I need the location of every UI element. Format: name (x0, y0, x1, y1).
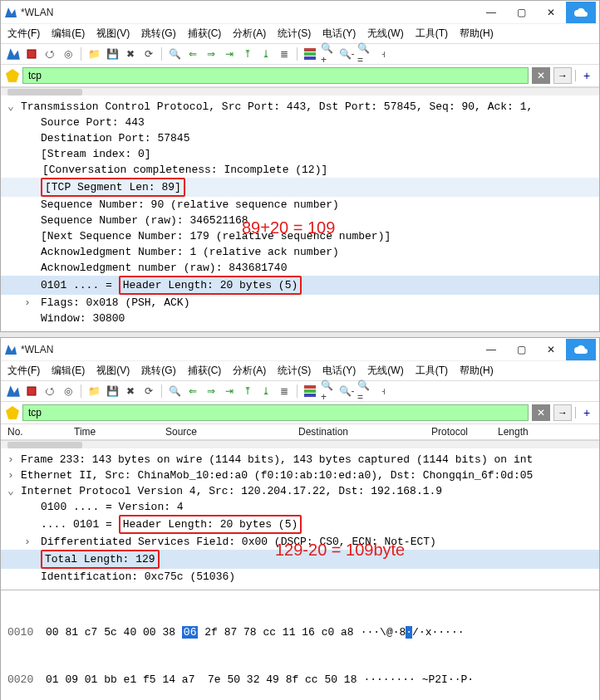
restart-capture-icon[interactable]: ⭯ (42, 384, 57, 399)
open-icon[interactable]: 📁 (86, 47, 101, 61)
menu-file[interactable]: 文件(F) (7, 27, 40, 41)
menu-analyze[interactable]: 分析(A) (233, 364, 266, 378)
toolbar-app-icon[interactable] (6, 384, 21, 399)
zoom-in-icon[interactable]: 🔍+ (321, 384, 336, 399)
coloring-icon[interactable] (302, 47, 317, 61)
jump-icon[interactable]: ⇥ (222, 384, 237, 399)
close-button[interactable]: ✕ (536, 339, 566, 360)
prev-icon[interactable]: ⇐ (185, 384, 200, 399)
ip-line[interactable]: Internet Protocol Version 4, Src: 120.20… (21, 485, 442, 497)
cloud-icon[interactable] (566, 2, 596, 23)
tcp-header[interactable]: Transmission Control Protocol, Src Port:… (21, 100, 533, 113)
menu-tools[interactable]: 工具(T) (416, 27, 448, 41)
collapse-icon[interactable]: ⌄ (7, 99, 16, 115)
stop-capture-icon[interactable] (24, 384, 39, 399)
options-icon[interactable]: ◎ (61, 384, 76, 399)
col-proto[interactable]: Protocol (431, 426, 498, 438)
expand-icon[interactable]: › (7, 452, 16, 467)
menu-wireless[interactable]: 无线(W) (367, 364, 403, 378)
header-length[interactable]: Header Length: 20 bytes (5) (119, 276, 302, 295)
menu-capture[interactable]: 捕获(C) (188, 27, 222, 41)
menu-view[interactable]: 视图(V) (96, 27, 130, 41)
minimize-button[interactable]: — (476, 339, 506, 360)
display-filter-input[interactable] (22, 67, 529, 84)
menu-help[interactable]: 帮助(H) (460, 27, 494, 41)
zoom-reset-icon[interactable]: 🔍= (357, 47, 372, 61)
collapse-icon[interactable]: ⌄ (7, 483, 16, 499)
add-filter-button[interactable]: + (579, 404, 594, 421)
zoom-out-icon[interactable]: 🔍- (339, 384, 354, 399)
ack-number[interactable]: Acknowledgment Number: 1 (relative ack n… (41, 246, 339, 258)
menu-go[interactable]: 跳转(G) (141, 27, 175, 41)
ip-header-length[interactable]: Header Length: 20 bytes (5) (119, 515, 302, 534)
first-icon[interactable]: ⤒ (240, 384, 255, 399)
apply-filter-button[interactable]: → (553, 404, 572, 421)
seq-number[interactable]: Sequence Number: 90 (relative sequence n… (41, 198, 339, 211)
find-icon[interactable]: 🔍 (167, 47, 182, 61)
col-len[interactable]: Length (498, 426, 539, 438)
col-time[interactable]: Time (74, 426, 165, 438)
cloud-icon[interactable] (566, 339, 596, 360)
bookmark-icon[interactable] (6, 69, 19, 82)
expand-icon[interactable]: › (24, 534, 32, 550)
find-icon[interactable]: 🔍 (167, 384, 182, 399)
menu-tel[interactable]: 电话(Y) (322, 364, 356, 378)
flags[interactable]: Flags: 0x018 (PSH, ACK) (41, 296, 189, 309)
col-dst[interactable]: Destination (298, 426, 431, 438)
stream-index[interactable]: [Stream index: 0] (41, 148, 151, 160)
packet-detail-pane[interactable]: ⌄Transmission Control Protocol, Src Port… (1, 95, 599, 331)
menu-help[interactable]: 帮助(H) (460, 364, 494, 378)
total-length[interactable]: Total Length: 129 (41, 550, 160, 569)
last-icon[interactable]: ⤓ (258, 47, 273, 61)
menu-analyze[interactable]: 分析(A) (233, 27, 266, 41)
autoscroll-icon[interactable]: ≣ (277, 384, 292, 399)
identification[interactable]: Identification: 0xc75c (51036) (41, 570, 235, 583)
expand-icon[interactable]: › (24, 295, 32, 311)
menu-tools[interactable]: 工具(T) (416, 364, 448, 378)
maximize-button[interactable]: ▢ (506, 339, 536, 360)
clear-filter-button[interactable]: ✕ (532, 67, 550, 84)
clear-filter-button[interactable]: ✕ (532, 404, 550, 421)
last-icon[interactable]: ⤓ (258, 384, 273, 399)
conversation-completeness[interactable]: [Conversation completeness: Incomplete (… (41, 164, 327, 176)
close-file-icon[interactable]: ✖ (123, 384, 138, 399)
resize-cols-icon[interactable]: ⫞ (376, 384, 391, 399)
ack-number-raw[interactable]: Acknowledgment number (raw): 843681740 (41, 262, 287, 274)
expand-icon[interactable]: › (7, 467, 16, 483)
open-icon[interactable]: 📁 (86, 384, 101, 399)
hex-row[interactable]: 002001 09 01 bb e1 f5 14 a7 7e 50 32 49 … (1, 672, 599, 688)
eth-line[interactable]: Ethernet II, Src: ChinaMob_10:ed:a0 (f0:… (21, 469, 533, 482)
restart-capture-icon[interactable]: ⭯ (42, 47, 57, 61)
jump-icon[interactable]: ⇥ (222, 47, 237, 61)
close-button[interactable]: ✕ (536, 2, 566, 23)
src-port[interactable]: Source Port: 443 (41, 116, 145, 129)
hdr-len-prefix[interactable]: 0101 .... = (41, 279, 119, 291)
apply-filter-button[interactable]: → (553, 67, 572, 84)
next-icon[interactable]: ⇒ (204, 384, 219, 399)
toolbar-app-icon[interactable] (6, 47, 21, 61)
menu-go[interactable]: 跳转(G) (141, 364, 175, 378)
options-icon[interactable]: ◎ (61, 47, 76, 61)
bookmark-icon[interactable] (6, 406, 19, 419)
packet-detail-pane[interactable]: ›Frame 233: 143 bytes on wire (1144 bits… (1, 448, 599, 590)
reload-icon[interactable]: ⟳ (141, 47, 156, 61)
next-seq[interactable]: [Next Sequence Number: 179 (relative seq… (41, 230, 391, 242)
first-icon[interactable]: ⤒ (240, 47, 255, 61)
save-icon[interactable]: 💾 (105, 384, 120, 399)
display-filter-input[interactable] (22, 404, 529, 421)
hex-row[interactable]: 001000 81 c7 5c 40 00 38 06 2f 87 78 cc … (1, 624, 599, 640)
zoom-out-icon[interactable]: 🔍- (339, 47, 354, 61)
stop-capture-icon[interactable] (24, 47, 39, 61)
menu-edit[interactable]: 编辑(E) (52, 27, 85, 41)
menu-stat[interactable]: 统计(S) (278, 27, 311, 41)
next-icon[interactable]: ⇒ (204, 47, 219, 61)
maximize-button[interactable]: ▢ (506, 2, 536, 23)
close-file-icon[interactable]: ✖ (123, 47, 138, 61)
menu-file[interactable]: 文件(F) (7, 364, 40, 378)
menu-capture[interactable]: 捕获(C) (188, 364, 222, 378)
dst-port[interactable]: Destination Port: 57845 (41, 132, 189, 144)
prev-icon[interactable]: ⇐ (185, 47, 200, 61)
hex-pane[interactable]: 001000 81 c7 5c 40 00 38 06 2f 87 78 cc … (1, 590, 599, 700)
col-no[interactable]: No. (7, 426, 74, 438)
seq-number-raw[interactable]: Sequence Number (raw): 346521168 (41, 214, 248, 227)
